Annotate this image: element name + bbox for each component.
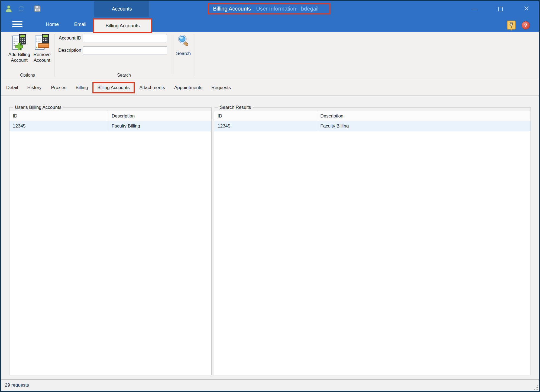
remove-account-label-line2: Account [30,57,54,63]
tab-billing-accounts[interactable]: Billing Accounts [97,85,130,90]
search-group-label: Search [54,73,194,78]
minimize-icon [472,9,477,9]
column-header-description[interactable]: Description [108,111,211,121]
tab-history[interactable]: History [27,85,41,90]
hamburger-icon [12,21,22,27]
close-icon [524,6,529,12]
ribbon-tab-row: Home Email Billing Accounts ? [1,17,539,32]
application-window: Accounts Billing Accounts - User Informa… [0,0,540,392]
close-button[interactable] [520,3,532,15]
sync-icon [17,5,25,14]
description-input[interactable] [83,46,167,54]
remove-account-button[interactable]: Remove Account [30,34,54,63]
cell-description: Faculty Billing [108,121,211,131]
title-annotation-box: Billing Accounts - User Information - bd… [208,3,331,14]
add-billing-account-label-line1: Add Billing [7,52,31,57]
window-title-secondary: - User Information - bdegail [253,6,318,12]
tab-attachments[interactable]: Attachments [140,85,165,90]
context-tab-accounts[interactable]: Accounts [94,1,149,17]
account-id-label: Account ID [56,35,81,41]
cell-id: 12345 [214,121,317,131]
search-results-table: ID Description 12345 Faculty Billing [214,111,531,375]
ribbon-content: Add Billing Account Remo [1,32,539,80]
minimize-button[interactable] [468,3,480,15]
save-button[interactable] [33,5,42,13]
add-billing-account-label-line2: Account [7,57,31,63]
user-button[interactable] [4,5,13,13]
window-controls [468,3,532,15]
hamburger-menu-button[interactable] [12,21,22,28]
group-separator [194,34,194,77]
maximize-icon [498,7,503,11]
maximize-button[interactable] [494,3,506,15]
tab-billing[interactable]: Billing [76,85,88,90]
tab-detail[interactable]: Detail [6,85,18,90]
pin-button[interactable] [507,21,516,32]
remove-account-icon [30,34,54,51]
panel-title: User's Billing Accounts [13,105,63,110]
titlebar: Accounts Billing Accounts - User Informa… [1,1,539,17]
status-bar: 29 requests [1,379,539,391]
add-account-icon [7,34,31,51]
search-magnifier-icon [177,34,190,48]
panel-title: Search Results [218,105,253,110]
tab-requests[interactable]: Requests [211,85,231,90]
column-header-id[interactable]: ID [9,111,108,121]
help-button[interactable]: ? [522,21,530,30]
cell-id: 12345 [9,121,108,131]
options-group-label: Options [1,73,54,78]
search-button-label: Search [176,51,191,56]
column-header-id[interactable]: ID [214,111,317,121]
resize-grip[interactable] [534,385,538,390]
cell-description: Faculty Billing [317,121,531,131]
refresh-button[interactable] [17,5,26,13]
pin-icon [507,27,516,32]
add-billing-account-button[interactable]: Add Billing Account [7,34,31,63]
main-content: User's Billing Accounts ID Description 1… [1,96,539,379]
page-tab-strip: Detail History Proxies Billing Billing A… [1,80,539,96]
help-icon: ? [522,21,530,30]
resize-grip-dots [537,389,538,390]
tab-annotation-box: Billing Accounts [92,82,134,93]
search-results-panel: Search Results ID Description 12345 Facu… [214,107,531,375]
save-icon [34,5,41,13]
ribbon-tab-email[interactable]: Email [69,17,91,32]
tab-appointments[interactable]: Appointments [174,85,202,90]
column-header-description[interactable]: Description [317,111,531,121]
table-row[interactable]: 12345 Faculty Billing [9,121,211,131]
table-row[interactable]: 12345 Faculty Billing [214,121,531,131]
table-header: ID Description [214,111,531,121]
group-separator [54,34,54,77]
account-id-input[interactable] [83,34,167,42]
status-text: 29 requests [5,383,29,388]
ribbon-tab-billing-accounts[interactable]: Billing Accounts [93,18,152,33]
description-label: Description [56,48,81,53]
user-icon [5,5,12,14]
users-billing-accounts-table: ID Description 12345 Faculty Billing [9,111,211,375]
account-id-row: Account ID [56,34,173,42]
remove-account-label-line1: Remove [30,52,54,57]
users-billing-accounts-panel: User's Billing Accounts ID Description 1… [9,107,212,375]
window-title-primary: Billing Accounts [213,6,251,12]
description-row: Description [56,46,173,54]
search-button[interactable]: Search [173,34,194,73]
tab-proxies[interactable]: Proxies [51,85,66,90]
ribbon-tab-home[interactable]: Home [41,17,63,32]
table-header: ID Description [9,111,211,121]
